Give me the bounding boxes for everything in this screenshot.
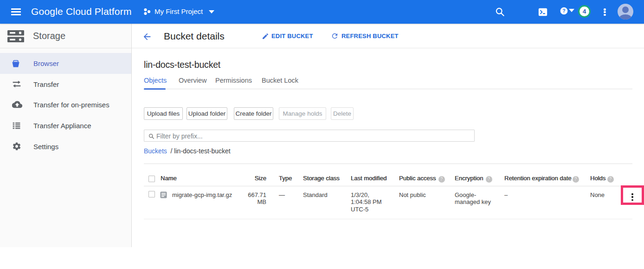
svg-text:?: ? xyxy=(562,8,565,13)
